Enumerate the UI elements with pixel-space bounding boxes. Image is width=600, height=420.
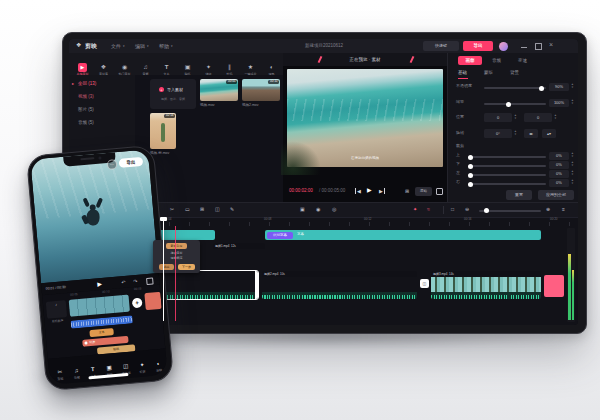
main-clip-rocks[interactable]: 视频2.mp4 10s [262, 271, 417, 299]
stepper-icon[interactable]: ▲▼ [571, 161, 574, 167]
marker-icon[interactable]: ✎ [230, 206, 234, 212]
flip-horizontal-icon[interactable]: ◂▸ [524, 129, 538, 138]
fullscreen-icon[interactable] [436, 188, 443, 195]
ribbon-tab-library[interactable]: ❖ 素材库 [93, 55, 114, 77]
stepper-icon[interactable]: ▲▼ [571, 83, 574, 89]
phone-video[interactable] [30, 149, 158, 283]
stepper-icon[interactable]: ▲▼ [571, 170, 574, 176]
phone-text-clip[interactable]: 文本 [89, 328, 114, 337]
ratio-select[interactable]: 原始 [415, 187, 432, 196]
menu-file[interactable]: 文件 [111, 43, 121, 49]
overlay-clip[interactable]: 视频1.mp4 12s [213, 243, 265, 269]
next-frame-icon[interactable]: ▶ [379, 188, 385, 194]
snapshot-icon[interactable]: ◎ [332, 206, 336, 212]
category-all[interactable]: 全部 (13) [78, 81, 96, 86]
slider-knob[interactable] [468, 164, 473, 169]
ribbon-tab-sticker[interactable]: ▣ 贴纸 [177, 55, 198, 77]
ribbon-tab-text[interactable]: T 文本 [156, 55, 177, 77]
slider-knob[interactable] [539, 86, 544, 91]
prev-frame-icon[interactable]: ◀ [355, 188, 361, 194]
subtitle-clip[interactable]: 识别字幕 字幕 [265, 230, 541, 240]
rotation-field[interactable]: 0° [484, 129, 512, 138]
phone-video-clip[interactable] [69, 295, 130, 317]
phone-tool-audio[interactable]: ♫ 音频 [67, 358, 85, 381]
tab-speed[interactable]: 变速 [518, 58, 527, 63]
tooltip-next-button[interactable]: 下一步 [178, 264, 195, 270]
ribbon-tab-hot[interactable]: ◉ 热门素材 [114, 55, 135, 77]
ribbon-tab-template[interactable]: ★ 一键成片 [240, 55, 261, 77]
zoom-out-icon[interactable]: ⊖ [465, 206, 469, 212]
scale-value[interactable]: 100% [549, 99, 569, 107]
crop-top-slider[interactable] [468, 156, 546, 158]
avatar[interactable] [499, 42, 508, 51]
slider-knob[interactable] [468, 182, 473, 187]
stepper-icon[interactable]: ▲▼ [571, 179, 574, 185]
magnet-icon[interactable]: ✦ [413, 206, 417, 212]
shortcut-button[interactable]: 快捷键 [423, 41, 459, 51]
media-thumb-rocks[interactable]: 00:10 [242, 79, 280, 101]
slider-knob[interactable] [484, 208, 489, 213]
crop-right-value[interactable]: 0% [549, 179, 569, 187]
undo-icon[interactable]: ↶ [121, 279, 126, 285]
record-audio-icon[interactable]: ◉ [316, 206, 320, 212]
scale-slider[interactable] [484, 103, 546, 105]
stepper-icon[interactable]: ▲▼ [514, 114, 517, 120]
close-icon[interactable]: × [549, 41, 553, 49]
menu-edit[interactable]: 编辑 [135, 43, 145, 49]
category-image[interactable]: 图片 (5) [78, 107, 94, 112]
phone-play-icon[interactable]: ▶ [97, 280, 102, 288]
crop-left-slider[interactable] [468, 174, 546, 176]
transition-button[interactable]: ◫ [420, 279, 429, 288]
import-tile[interactable]: + 导入素材 视频、图片、音频 [150, 79, 196, 109]
crop-right-slider[interactable] [468, 183, 546, 185]
delete-icon[interactable]: ▭ [185, 206, 190, 212]
ribbon-tab-local-media[interactable]: ▶ 本地素材 [72, 55, 93, 77]
crop-clip-icon[interactable]: ⊞ [200, 206, 204, 212]
crop-icon[interactable]: ⊞ [405, 188, 409, 194]
subtab-mask[interactable]: 蒙版 [484, 70, 493, 75]
freeze-frame-icon[interactable]: ▣ [300, 206, 305, 212]
export-button[interactable]: 导出 [463, 41, 493, 51]
timeline-ruler[interactable] [149, 222, 578, 226]
media-thumb-beach[interactable]: 00:05 [200, 79, 238, 101]
category-audio[interactable]: 音频 (5) [78, 120, 94, 125]
opacity-slider[interactable] [484, 87, 546, 89]
slider-knob[interactable] [468, 173, 473, 178]
crop-left-value[interactable]: 0% [549, 170, 569, 178]
mirror-icon[interactable]: ◫ [215, 206, 220, 212]
tooltip-skip-button[interactable]: 跳过 [159, 264, 174, 270]
crop-top-value[interactable]: 0% [549, 152, 569, 160]
subtab-basic[interactable]: 基础 [458, 70, 467, 75]
trim-handle-right[interactable] [255, 271, 258, 299]
phone-fullscreen-icon[interactable] [146, 277, 154, 285]
add-clip-button[interactable]: + [132, 297, 143, 308]
crop-bottom-slider[interactable] [468, 165, 546, 167]
stepper-icon[interactable]: ▲▼ [554, 114, 557, 120]
timeline-zoom-slider[interactable] [479, 210, 541, 212]
pink-clip[interactable] [544, 275, 564, 297]
phone-tool-filter[interactable]: ◐ 滤镜 [150, 351, 168, 374]
phone-clip-coral[interactable] [144, 292, 161, 310]
fit-timeline-icon[interactable]: □ [451, 206, 454, 212]
maximize-icon[interactable] [535, 43, 542, 50]
slider-knob[interactable] [468, 155, 473, 160]
preview-video[interactable]: 在海边拍摄的视频 [287, 69, 443, 167]
stepper-icon[interactable]: ▲▼ [571, 99, 574, 105]
menu-help[interactable]: 帮助 [159, 43, 169, 49]
playhead-line[interactable] [163, 217, 164, 321]
main-clip-palms[interactable]: 视频3.mp4 14s [431, 271, 541, 299]
ribbon-tab-audio[interactable]: ♫ 音频 [135, 55, 156, 77]
link-icon[interactable]: ≈ [427, 206, 430, 212]
track-list-icon[interactable]: ≡ [562, 206, 565, 212]
category-video[interactable]: 视频 (3) [78, 94, 94, 99]
stepper-icon[interactable]: ▲▼ [514, 130, 517, 136]
flip-vertical-icon[interactable]: ▴▾ [542, 129, 556, 138]
tab-audio[interactable]: 音频 [492, 58, 501, 63]
opacity-value[interactable]: 90% [549, 83, 569, 91]
tab-picture[interactable]: 画面 [458, 56, 482, 65]
reset-button[interactable]: 重置 [506, 190, 532, 200]
zoom-in-icon[interactable]: ⊕ [546, 206, 550, 212]
phone-tool-edit[interactable]: ✂ 剪辑 [51, 359, 69, 382]
redo-icon[interactable]: ↷ [133, 278, 138, 284]
play-icon[interactable]: ▶ [367, 187, 372, 194]
